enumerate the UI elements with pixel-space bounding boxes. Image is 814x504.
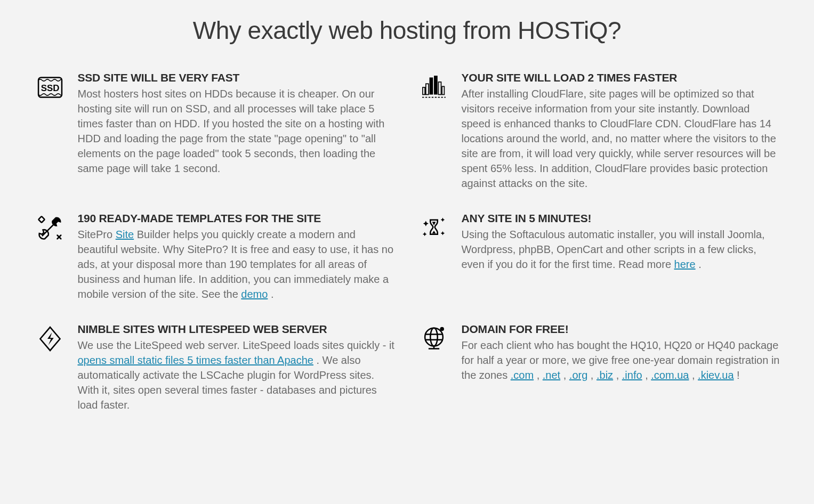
feature-domain: DOMAIN FOR FREE! For each client who has…	[418, 323, 780, 412]
domain-zone-link[interactable]: .biz	[597, 369, 613, 381]
feature-title: NIMBLE SITES WITH LITESPEED WEB SERVER	[78, 323, 397, 336]
ssd-icon: SSD	[34, 71, 66, 103]
text-segment: !	[734, 369, 740, 381]
feature-title: DOMAIN FOR FREE!	[462, 323, 780, 336]
litespeed-apache-link[interactable]: opens small static files 5 times faster …	[78, 354, 313, 366]
domain-zone-link[interactable]: .com	[511, 369, 534, 381]
text-segment: .	[696, 258, 702, 270]
feature-cloudflare: YOUR SITE WILL LOAD 2 TIMES FASTER After…	[418, 71, 780, 191]
text-segment: SitePro	[78, 229, 116, 240]
domain-zone-link[interactable]: .com.ua	[651, 369, 689, 381]
page-heading: Why exactly web hosting from HOSTiQ?	[16, 16, 798, 45]
feature-description: Most hosters host sites on HDDs because …	[78, 86, 397, 176]
feature-templates: 190 READY-MADE TEMPLATES FOR THE SITE Si…	[34, 212, 397, 302]
svg-point-9	[425, 328, 443, 346]
feature-ssd: SSD SSD SITE WILL BE VERY FAST Most host…	[34, 71, 397, 191]
feature-title: 190 READY-MADE TEMPLATES FOR THE SITE	[78, 212, 397, 225]
text-segment: We use the LiteSpeed web server. LiteSpe…	[78, 339, 394, 351]
svg-rect-5	[425, 84, 428, 94]
feature-title: YOUR SITE WILL LOAD 2 TIMES FASTER	[462, 71, 780, 84]
feature-description: For each client who has bought the HQ10,…	[462, 338, 780, 383]
litespeed-icon	[34, 323, 66, 355]
domain-zone-link[interactable]: .info	[622, 369, 642, 381]
svg-rect-6	[442, 86, 444, 94]
feature-description: We use the LiteSpeed web server. LiteSpe…	[78, 338, 397, 412]
feature-title: ANY SITE IN 5 MINUTES!	[462, 212, 780, 225]
domain-zone-link[interactable]: .net	[543, 369, 560, 381]
sitepro-site-link[interactable]: Site	[116, 229, 134, 240]
domain-zones-list: .com , .net , .org , .biz , .info , .com…	[511, 369, 734, 381]
svg-rect-4	[438, 82, 441, 95]
feature-litespeed: NIMBLE SITES WITH LITESPEED WEB SERVER W…	[34, 323, 397, 412]
feature-description: After installing CloudFlare, site pages …	[462, 86, 780, 191]
feature-softaculous: ANY SITE IN 5 MINUTES! Using the Softacu…	[418, 212, 780, 302]
svg-rect-8	[38, 216, 45, 223]
globe-icon	[418, 323, 450, 355]
svg-rect-7	[422, 87, 424, 95]
softaculous-here-link[interactable]: here	[674, 258, 696, 270]
domain-zone-link[interactable]: .kiev.ua	[698, 369, 734, 381]
feature-title: SSD SITE WILL BE VERY FAST	[78, 71, 397, 84]
feature-description: Using the Softaculous automatic installe…	[462, 227, 780, 272]
svg-rect-3	[434, 76, 438, 94]
tools-icon	[34, 212, 66, 244]
features-grid: SSD SSD SITE WILL BE VERY FAST Most host…	[34, 71, 780, 412]
text-segment: Using the Softaculous automatic installe…	[462, 229, 765, 270]
feature-description: SitePro Site Builder helps you quickly c…	[78, 227, 397, 302]
svg-text:SSD: SSD	[41, 83, 59, 93]
svg-rect-2	[429, 77, 433, 94]
bar-chart-icon	[418, 71, 450, 103]
svg-point-11	[440, 328, 443, 330]
svg-point-10	[430, 328, 438, 346]
domain-zone-link[interactable]: .org	[569, 369, 587, 381]
demo-link[interactable]: demo	[241, 288, 268, 300]
text-segment: .	[268, 288, 273, 300]
hourglass-stars-icon	[418, 212, 450, 244]
